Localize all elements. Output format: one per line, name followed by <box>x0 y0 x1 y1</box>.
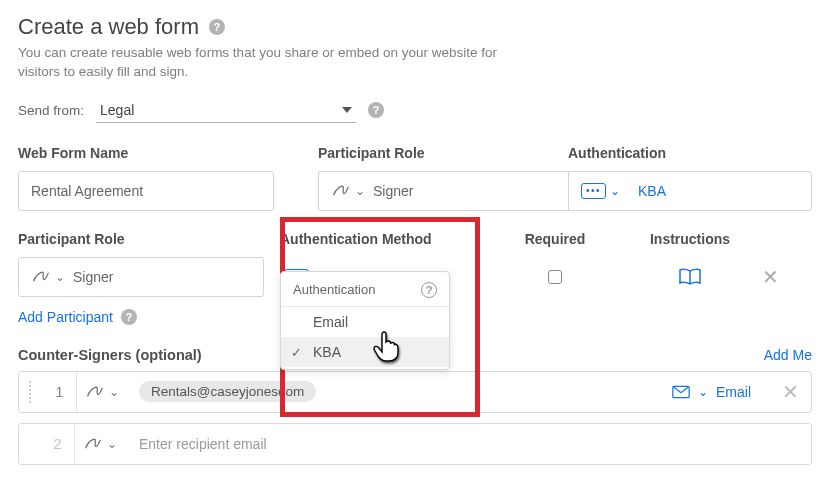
authentication-method-label: Authentication Method <box>280 231 480 247</box>
auth-badge-icon <box>581 183 606 199</box>
chevron-down-icon <box>342 107 352 113</box>
pen-icon <box>31 267 51 287</box>
send-from-select[interactable]: Legal <box>96 98 356 123</box>
auth-option-kba[interactable]: ✓ KBA <box>281 337 449 367</box>
required-label: Required <box>480 231 630 247</box>
participant-role-select[interactable]: ⌄ Signer <box>18 257 264 297</box>
role-select[interactable]: ⌄ <box>75 434 133 454</box>
instructions-label: Instructions <box>630 231 750 247</box>
authentication-value: KBA <box>638 183 666 199</box>
page-title: Create a web form <box>18 14 199 40</box>
auth-value: Email <box>716 384 751 400</box>
chevron-down-icon: ⌄ <box>109 385 119 399</box>
chevron-down-icon: ⌄ <box>107 437 117 451</box>
send-from-value: Legal <box>100 102 134 118</box>
recipient-chip[interactable]: Rentals@caseyjonesdom <box>139 381 316 402</box>
participant-role-select[interactable]: ⌄ Signer <box>318 171 568 211</box>
add-me-link[interactable]: Add Me <box>764 347 812 363</box>
auth-dropdown-panel: Authentication ? Email ✓ KBA <box>280 271 450 370</box>
counter-signer-row: 2 ⌄ Enter recipient email <box>18 423 812 465</box>
pen-icon <box>85 382 105 402</box>
participant-role-value: Signer <box>373 183 413 199</box>
authentication-select[interactable]: ⌄ KBA <box>568 171 812 211</box>
role-select[interactable]: ⌄ <box>77 382 135 402</box>
auth-dropdown-heading: Authentication <box>293 282 375 297</box>
pen-icon <box>331 181 351 201</box>
row-number: 2 <box>41 424 75 464</box>
counter-signers-title: Counter-Signers (optional) <box>18 347 202 363</box>
chevron-down-icon: ⌄ <box>55 270 65 284</box>
recipient-input[interactable]: Enter recipient email <box>139 436 267 452</box>
row-number: 1 <box>43 372 77 412</box>
chevron-down-icon: ⌄ <box>698 385 708 399</box>
web-form-name-input[interactable]: Rental Agreement <box>18 171 274 211</box>
participant-role-label: Participant Role <box>318 145 568 161</box>
help-icon[interactable]: ? <box>209 19 225 35</box>
chevron-down-icon: ⌄ <box>355 184 365 198</box>
participant-role-label: Participant Role <box>18 231 280 247</box>
auth-select[interactable]: ⌄ Email <box>672 384 751 400</box>
check-icon: ✓ <box>291 345 302 360</box>
envelope-icon <box>672 385 690 399</box>
help-icon[interactable]: ? <box>368 102 384 118</box>
remove-button[interactable]: ✕ <box>782 380 799 404</box>
add-participant-link[interactable]: Add Participant <box>18 309 113 325</box>
drag-handle-icon[interactable] <box>23 381 37 403</box>
remove-button[interactable]: ✕ <box>762 265 779 289</box>
participant-role-value: Signer <box>73 269 113 285</box>
help-icon[interactable]: ? <box>421 282 437 298</box>
help-icon[interactable]: ? <box>121 309 137 325</box>
web-form-name-label: Web Form Name <box>18 145 318 161</box>
chevron-down-icon: ⌄ <box>610 184 620 198</box>
authentication-label: Authentication <box>568 145 812 161</box>
book-icon[interactable] <box>679 268 701 286</box>
spacer <box>750 231 790 247</box>
counter-signer-row: 1 ⌄ Rentals@caseyjonesdom ⌄ Email ✕ <box>18 371 812 413</box>
page-subtitle: You can create reusable web forms that y… <box>18 44 518 82</box>
auth-option-kba-label: KBA <box>313 344 341 360</box>
web-form-name-value: Rental Agreement <box>31 183 143 199</box>
send-from-label: Send from: <box>18 103 84 118</box>
pen-icon <box>83 434 103 454</box>
auth-option-email[interactable]: Email <box>281 307 449 337</box>
required-checkbox[interactable] <box>548 270 562 284</box>
